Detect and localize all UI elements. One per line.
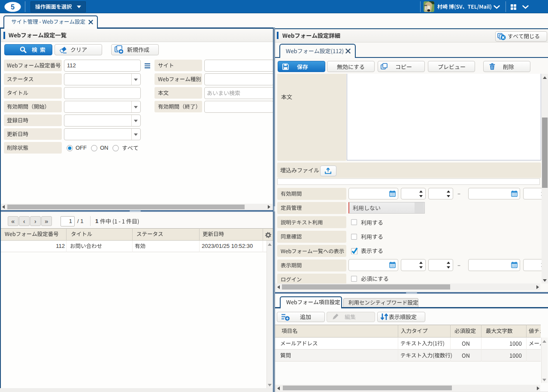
svg-text:5: 5 <box>11 3 15 10</box>
